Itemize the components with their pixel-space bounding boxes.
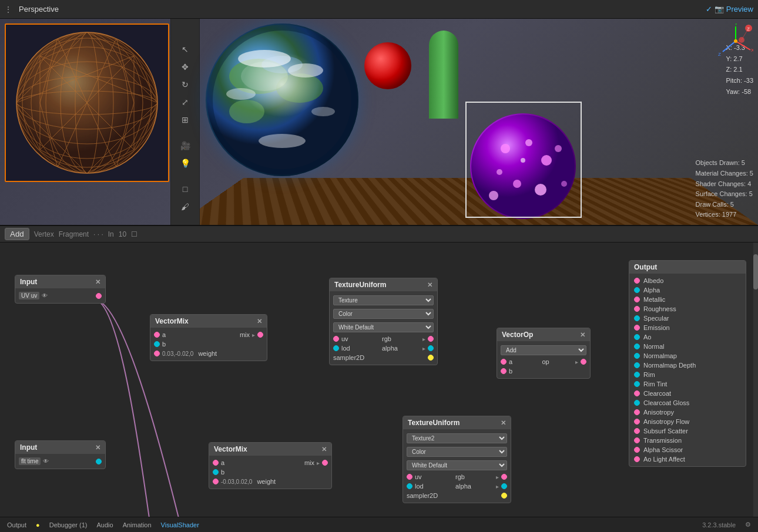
scrollbar[interactable] <box>753 243 758 517</box>
vop-op-out[interactable] <box>581 359 586 365</box>
out-ao-light-port[interactable] <box>634 456 640 462</box>
output-emission-row: Emission <box>629 323 746 332</box>
out-clearcoat-gloss-port[interactable] <box>634 400 640 406</box>
eye-icon-1[interactable]: 👁 <box>42 292 48 299</box>
out-anisotropy-flow-port[interactable] <box>634 419 640 425</box>
vm1-port-b-in[interactable] <box>154 341 160 347</box>
tex2-alpha-label: alpha <box>455 483 494 490</box>
node-canvas[interactable]: Input ✕ UV uv 👁 Input ✕ flt time 👁 <box>0 243 758 517</box>
out-normalmap-depth-port[interactable] <box>634 362 640 368</box>
tex1-uv-in[interactable] <box>333 336 339 342</box>
vectormix-node-1-close[interactable]: ✕ <box>257 318 262 325</box>
texture-node-2-lod-row: lod alpha ▸ <box>403 482 511 491</box>
tex2-lod-in[interactable] <box>407 483 412 489</box>
out-albedo-port[interactable] <box>634 278 640 284</box>
texture-node-1-body: Texture Color White Default uv rgb <box>330 291 437 365</box>
visual-shader-tab[interactable]: VisualShader <box>161 521 199 528</box>
out-transmission-port[interactable] <box>634 437 640 443</box>
camera-tool-icon[interactable]: 🎥 <box>178 139 192 153</box>
out-normalmap-port[interactable] <box>634 353 640 359</box>
svg-point-43 <box>229 100 264 123</box>
tex2-rgb-out[interactable] <box>501 474 507 480</box>
out-alpha-label: Alpha <box>643 287 660 294</box>
input-node-2-close[interactable]: ✕ <box>95 444 100 452</box>
texture-node-1-close[interactable]: ✕ <box>427 281 432 289</box>
out-emission-port[interactable] <box>634 325 640 331</box>
out-metallic-port[interactable] <box>634 297 640 302</box>
out-alpha-scissor-port[interactable] <box>634 447 640 453</box>
svg-point-45 <box>238 50 291 68</box>
out-rim-port[interactable] <box>634 372 640 378</box>
tex2-rgb-arrow: ▸ <box>496 474 499 480</box>
out-rim-tint-port[interactable] <box>634 381 640 387</box>
tex2-sampler-out[interactable] <box>501 493 507 499</box>
wireframe-svg <box>8 26 166 179</box>
tex1-alpha-out[interactable] <box>428 345 434 351</box>
vm2-weight-in[interactable] <box>213 479 219 484</box>
move-icon[interactable]: ✥ <box>178 60 192 74</box>
tex2-alpha-out[interactable] <box>501 483 507 489</box>
tex2-uv-label: uv <box>415 473 453 480</box>
texture-node-1-channel-select[interactable]: Color <box>333 309 434 319</box>
debugger-tab[interactable]: Debugger (1) <box>49 521 88 528</box>
rotate-icon[interactable]: ↻ <box>178 78 192 92</box>
transform-icon[interactable]: ⊞ <box>178 113 192 127</box>
output-tab[interactable]: Output <box>7 521 26 528</box>
purple-texture <box>470 113 576 219</box>
add-button[interactable]: Add <box>5 228 29 240</box>
texture-node-1-default-select[interactable]: White Default <box>333 322 434 332</box>
audio-tab[interactable]: Audio <box>97 521 113 528</box>
vectormix-node-2-close[interactable]: ✕ <box>321 446 327 453</box>
out-roughness-port[interactable] <box>634 306 640 312</box>
vm1-port-a-in[interactable] <box>154 332 160 338</box>
objects-drawn: Objects Drawn: 5 <box>696 158 753 169</box>
vop-a-in[interactable] <box>501 359 507 365</box>
settings-icon[interactable]: ⚙ <box>745 521 751 528</box>
tex2-rgb-label: rgb <box>455 473 494 480</box>
output-clearcoat-row: Clearcoat <box>629 389 746 398</box>
vm1-weight-in[interactable] <box>154 351 160 356</box>
out-subsurf-port[interactable] <box>634 428 640 434</box>
scale-icon[interactable]: ⤢ <box>178 95 192 109</box>
cursor-icon[interactable]: ↖ <box>178 42 192 56</box>
vm2-port-b-in[interactable] <box>213 469 219 475</box>
vm2-mix-out[interactable] <box>322 460 328 466</box>
preview-button[interactable]: ✓ 📷 Preview <box>706 5 753 14</box>
input-node-2-title: Input <box>20 443 37 452</box>
vectorop-node-close[interactable]: ✕ <box>580 331 585 339</box>
animation-tab[interactable]: Animation <box>123 521 152 528</box>
vm2-port-b-row: b <box>209 467 331 477</box>
vm1-weight-label: weight <box>198 350 263 357</box>
input-node-1-out-port[interactable] <box>96 293 102 299</box>
out-clearcoat-port[interactable] <box>634 390 640 396</box>
texture-node-1-type-select[interactable]: Texture <box>333 295 434 305</box>
texture-node-2-channel-select[interactable]: Color <box>407 447 507 457</box>
vm1-mix-out[interactable] <box>257 332 263 338</box>
texture-node-2-type-select[interactable]: Texture2 <box>407 433 507 443</box>
tex1-lod-in[interactable] <box>333 345 339 351</box>
output-node-title: Output <box>634 263 657 271</box>
vm2-port-a-in[interactable] <box>213 460 219 466</box>
out-specular-port[interactable] <box>634 315 640 321</box>
light-icon[interactable]: 💡 <box>178 156 192 170</box>
tex1-sampler-out[interactable] <box>428 355 434 361</box>
wireframe-preview <box>5 23 169 182</box>
input-node-1-close[interactable]: ✕ <box>95 278 100 286</box>
tex2-uv-in[interactable] <box>407 474 412 480</box>
input-node-2-out-port[interactable] <box>96 459 102 464</box>
texture-node-2-close[interactable]: ✕ <box>501 419 506 427</box>
scrollbar-thumb[interactable] <box>753 254 758 289</box>
vectormix-node-2-title: VectorMix <box>214 445 247 453</box>
tex1-rgb-out[interactable] <box>428 336 434 342</box>
out-alpha-port[interactable] <box>634 287 640 293</box>
texture-node-2-default-select[interactable]: White Default <box>407 460 507 470</box>
out-normal-port[interactable] <box>634 344 640 349</box>
select-icon[interactable]: □ <box>178 182 192 196</box>
out-anisotropy-port[interactable] <box>634 409 640 415</box>
paint-icon[interactable]: 🖌 <box>178 200 192 214</box>
vop-b-in[interactable] <box>501 368 507 374</box>
vectorop-op-select[interactable]: Add <box>501 345 586 355</box>
vop-op-label: op <box>542 358 573 365</box>
eye-icon-2[interactable]: 👁 <box>43 458 49 464</box>
out-ao-port[interactable] <box>634 334 640 340</box>
